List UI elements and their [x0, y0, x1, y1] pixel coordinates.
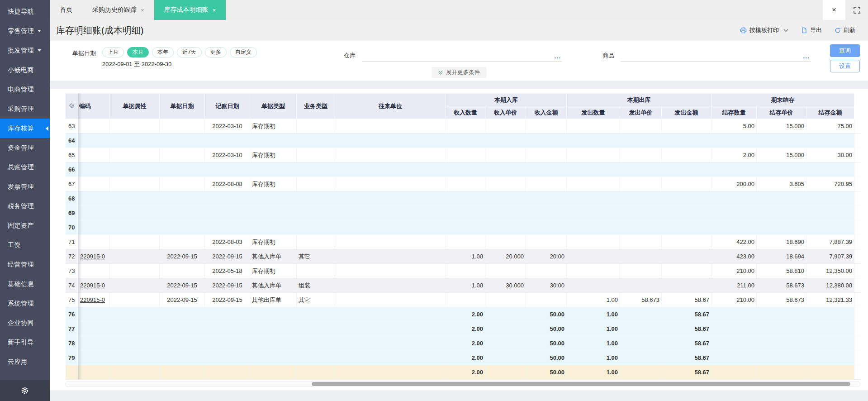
- date-pill-上月[interactable]: 上月: [102, 47, 124, 57]
- print-by-template-button[interactable]: 按模板打印: [740, 26, 788, 34]
- table-row[interactable]: 672022-08-08库存期初200.003.605720.95: [66, 177, 861, 191]
- table-row[interactable]: 762.0050.001.0058.67: [66, 307, 861, 322]
- sidebar-item-云应用[interactable]: 云应用: [0, 352, 50, 372]
- horizontal-scrollbar-thumb[interactable]: [312, 382, 850, 386]
- cell-code: [78, 119, 110, 134]
- table-row[interactable]: 712022-08-03库存期初422.0018.6907,887.39: [66, 235, 861, 249]
- sidebar-item-快捷导航[interactable]: 快捷导航: [0, 2, 50, 21]
- table-row[interactable]: 782.0050.001.0058.67: [66, 336, 861, 351]
- query-button[interactable]: 查询: [830, 44, 860, 57]
- sidebar-item-小畅电商[interactable]: 小畅电商: [0, 60, 50, 80]
- table-row[interactable]: 2.0050.001.0058.67: [66, 365, 861, 380]
- sidebar-item-税务管理[interactable]: 税务管理: [0, 196, 50, 216]
- cell-attr: [110, 307, 160, 322]
- tab-库存成本明细账[interactable]: 库存成本明细账×: [154, 0, 226, 20]
- cell-in_amt: [526, 206, 567, 220]
- cell-in_amt: [526, 220, 567, 235]
- table-row[interactable]: 68: [66, 191, 861, 206]
- table-header: 编码 单据属性 单据日期 记账日期 单据类型 业务类型 往来单位 本期入库 本期…: [66, 94, 861, 119]
- warehouse-picker-ellipsis[interactable]: ...: [554, 53, 561, 60]
- cell-in_amt: [526, 264, 567, 278]
- close-tab-icon[interactable]: ×: [213, 7, 216, 13]
- expand-more-conditions-button[interactable]: 展开更多条件: [432, 67, 486, 78]
- sidebar-item-系统管理[interactable]: 系统管理: [0, 294, 50, 313]
- table-row[interactable]: 75220915-02022-09-152022-09-15其他出库单其它1.0…: [66, 293, 861, 307]
- cell-doc_type: 库存期初: [250, 235, 297, 249]
- sidebar-item-电商管理[interactable]: 电商管理: [0, 80, 50, 99]
- table-row[interactable]: 74220915-02022-09-152022-09-15其他入库单组装1.0…: [66, 278, 861, 293]
- cell-book_date: [205, 220, 250, 235]
- table-row[interactable]: 732022-05-18库存期初210.0058.81012,350.00: [66, 264, 861, 278]
- cell-out_price: [620, 220, 662, 235]
- sidebar-item-库存核算[interactable]: 库存核算: [0, 119, 50, 138]
- sidebar-item-资金管理[interactable]: 资金管理: [0, 138, 50, 158]
- tab-采购历史价跟踪[interactable]: 采购历史价跟踪×: [82, 0, 154, 20]
- sidebar-item-总账管理[interactable]: 总账管理: [0, 158, 50, 177]
- close-tab-icon[interactable]: ×: [141, 7, 144, 13]
- date-pill-自定义[interactable]: 自定义: [230, 47, 257, 57]
- export-button[interactable]: 导出: [801, 26, 822, 34]
- sidebar-item-批发管理[interactable]: 批发管理: [0, 41, 50, 60]
- document-code-link[interactable]: 220915-0: [80, 296, 105, 303]
- product-input[interactable]: ...: [621, 48, 811, 62]
- settings-button[interactable]: 设置: [830, 60, 860, 72]
- date-pill-更多[interactable]: 更多: [205, 47, 227, 57]
- refresh-button[interactable]: 刷新: [835, 26, 855, 34]
- cell-no: 68: [66, 191, 78, 206]
- cell-out_qty: [567, 220, 620, 235]
- sidebar-item-经营管理[interactable]: 经营管理: [0, 255, 50, 274]
- date-range-value: 2022-09-01 至 2022-09-30: [102, 60, 171, 68]
- cell-spacer: [854, 365, 861, 380]
- table-row[interactable]: 69: [66, 206, 861, 220]
- sidebar-item-固定资产[interactable]: 固定资产: [0, 216, 50, 235]
- table-row[interactable]: 792.0050.001.0058.67: [66, 351, 861, 365]
- date-pills: 上月本月本年近7天更多自定义: [102, 47, 257, 57]
- sidebar-item-基础信息[interactable]: 基础信息: [0, 274, 50, 294]
- header-in-price: 收入单价: [485, 106, 526, 119]
- cell-end_price: [757, 365, 806, 380]
- table-row[interactable]: 772.0050.001.0058.67: [66, 322, 861, 336]
- cell-no: 64: [66, 134, 78, 148]
- sidebar-item-工资[interactable]: 工资: [0, 235, 50, 255]
- cell-end_amt: [806, 220, 854, 235]
- table-row[interactable]: 64: [66, 134, 861, 148]
- close-window-icon[interactable]: ×: [823, 0, 845, 20]
- table-row[interactable]: 652022-03-10库存期初2.0015.00030.00: [66, 148, 861, 162]
- sidebar-item-零售管理[interactable]: 零售管理: [0, 21, 50, 41]
- table-row[interactable]: 66: [66, 162, 861, 177]
- cell-biz_type: 其它: [297, 249, 335, 264]
- inventory-ledger-table: 编码 单据属性 单据日期 记账日期 单据类型 业务类型 往来单位 本期入库 本期…: [65, 93, 861, 380]
- chevron-down-icon[interactable]: [783, 29, 788, 32]
- table-row[interactable]: 70: [66, 220, 861, 235]
- warehouse-input[interactable]: ...: [362, 48, 562, 62]
- cell-in_qty: 2.00: [446, 351, 485, 365]
- tab-label: 首页: [60, 6, 72, 14]
- sidebar-item-新手引导[interactable]: 新手引导: [0, 333, 50, 352]
- table-row[interactable]: 632022-03-10库存期初5.0015.00075.00: [66, 119, 861, 134]
- cell-out_qty: [567, 278, 620, 293]
- tab-首页[interactable]: 首页: [50, 0, 82, 20]
- cell-out_price: [620, 235, 662, 249]
- cell-biz_type: [297, 307, 335, 322]
- sidebar-item-发票管理[interactable]: 发票管理: [0, 177, 50, 196]
- product-picker-ellipsis[interactable]: ...: [803, 53, 810, 60]
- sidebar-item-企业协同[interactable]: 企业协同: [0, 313, 50, 333]
- sidebar-item-采购管理[interactable]: 采购管理: [0, 99, 50, 119]
- document-code-link[interactable]: 220915-0: [80, 253, 105, 260]
- cell-end_amt: [806, 134, 854, 148]
- cell-end_price: [757, 307, 806, 322]
- sidebar-item-label: 系统管理: [8, 300, 34, 308]
- horizontal-scrollbar[interactable]: [65, 381, 860, 387]
- fullscreen-icon[interactable]: [845, 0, 868, 20]
- date-pill-本月[interactable]: 本月: [127, 47, 149, 57]
- cell-out_amt: [662, 119, 711, 134]
- cell-book_date: [205, 162, 250, 177]
- warehouse-field: 仓库 ...: [344, 48, 562, 62]
- column-settings-button[interactable]: [66, 94, 78, 119]
- cell-in_qty: [446, 191, 485, 206]
- table-row[interactable]: 72220915-02022-09-152022-09-15其他入库单其它1.0…: [66, 249, 861, 264]
- sidebar-settings-button[interactable]: [0, 380, 50, 401]
- date-pill-近7天[interactable]: 近7天: [177, 47, 202, 57]
- document-code-link[interactable]: 220915-0: [80, 282, 105, 289]
- date-pill-本年[interactable]: 本年: [152, 47, 174, 57]
